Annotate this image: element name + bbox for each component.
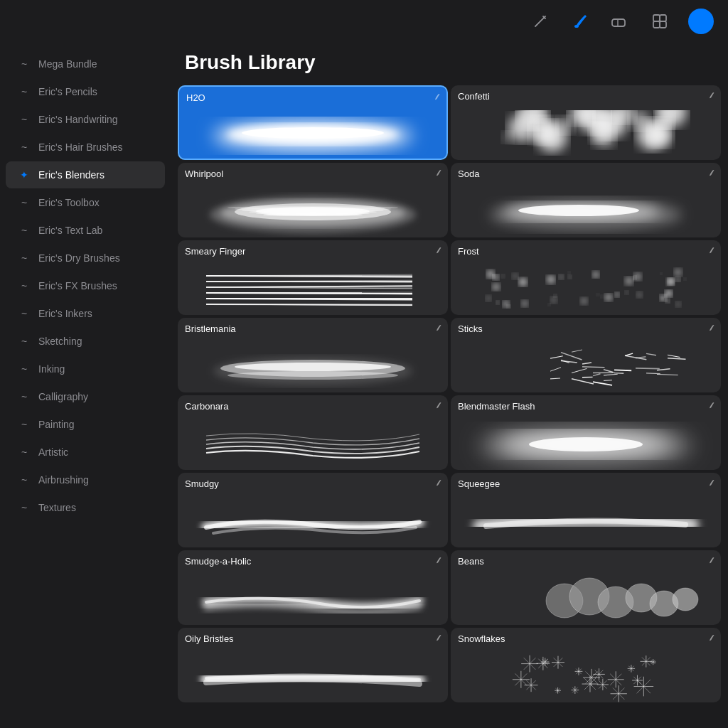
- svg-line-129: [636, 368, 660, 369]
- brush-cell-squeegee[interactable]: Squeegee: [451, 473, 721, 547]
- brush-cell-h2o[interactable]: H2O: [178, 85, 448, 160]
- page-title: Brush Library: [178, 43, 721, 85]
- brush-name: Soda: [458, 168, 479, 179]
- sidebar-item-eric'sdrybrushes[interactable]: ~ Eric's Dry Brushes: [6, 245, 165, 272]
- svg-point-79: [559, 274, 564, 279]
- brush-name: Smudge-a-Holic: [185, 556, 251, 567]
- sidebar-item-eric'shandwriting[interactable]: ~ Eric's Handwriting: [6, 106, 165, 133]
- brush-cell-smearyfinger[interactable]: Smeary Finger: [178, 240, 448, 315]
- svg-line-145: [550, 368, 561, 371]
- main-layout: ~ Mega Bundle ~ Eric's Pencils ~ Eric's …: [0, 43, 728, 728]
- svg-point-111: [551, 297, 557, 304]
- brush-preview: [451, 343, 721, 392]
- svg-rect-4: [653, 15, 660, 21]
- svg-line-141: [636, 357, 646, 358]
- svg-line-137: [593, 382, 612, 385]
- sidebar-item-icon: ~: [17, 500, 31, 515]
- sidebar-item-eric'shairbrushes[interactable]: ~ Eric's Hair Brushes: [6, 134, 165, 161]
- layers-tool-icon[interactable]: [648, 10, 671, 33]
- sidebar-item-label: Eric's Hair Brushes: [38, 141, 123, 153]
- sidebar-item-eric'stoolbox[interactable]: ~ Eric's Toolbox: [6, 189, 165, 216]
- sidebar-item-sketching[interactable]: ~ Sketching: [6, 328, 165, 355]
- svg-line-133: [550, 356, 563, 358]
- svg-point-104: [568, 272, 571, 274]
- svg-line-123: [572, 350, 582, 352]
- sidebar-item-icon: ~: [17, 306, 31, 321]
- color-swatch[interactable]: [688, 9, 714, 34]
- brush-name: Frost: [458, 246, 479, 257]
- pencil-tool-icon[interactable]: [529, 10, 552, 33]
- brush-cell-frost[interactable]: Frost: [451, 240, 721, 315]
- sidebar-item-icon: ~: [17, 445, 31, 459]
- toolbar: [0, 0, 728, 43]
- sidebar-item-textures[interactable]: ~ Textures: [6, 494, 165, 521]
- svg-rect-2: [612, 19, 625, 26]
- svg-line-150: [604, 380, 612, 381]
- svg-point-115: [636, 292, 642, 298]
- brush-menu-icon: [707, 323, 715, 334]
- brush-cell-whirlpool[interactable]: Whirlpool: [178, 163, 448, 237]
- svg-point-92: [593, 272, 599, 278]
- sidebar-item-eric'spencils[interactable]: ~ Eric's Pencils: [6, 78, 165, 105]
- sidebar-item-eric'sinkers[interactable]: ~ Eric's Inkers: [6, 300, 165, 327]
- sidebar-item-icon: ~: [17, 362, 31, 376]
- svg-point-80: [521, 300, 528, 307]
- sidebar-item-label: Eric's Inkers: [38, 308, 92, 319]
- brush-name: Bristlemania: [185, 323, 236, 334]
- svg-line-138: [604, 374, 618, 375]
- svg-point-108: [665, 290, 673, 297]
- brush-name: Whirlpool: [185, 168, 223, 179]
- brush-cell-smudgy[interactable]: Smudgy: [178, 473, 448, 547]
- brush-preview: [451, 110, 721, 160]
- brush-menu-icon: [434, 556, 442, 567]
- brush-cell-blendmasterflash[interactable]: Blendmaster Flash: [451, 395, 721, 470]
- brush-cell-beans[interactable]: Beans: [451, 550, 721, 625]
- brush-menu-icon: [434, 401, 442, 412]
- sidebar-item-label: Eric's Dry Brushes: [38, 252, 120, 264]
- brush-cell-soda[interactable]: Soda: [451, 163, 721, 237]
- sidebar-item-eric'stextlab[interactable]: ~ Eric's Text Lab: [6, 217, 165, 244]
- sidebar-item-inking[interactable]: ~ Inking: [6, 355, 165, 382]
- brush-menu-icon: [707, 246, 715, 257]
- brush-preview: [178, 575, 448, 625]
- brush-tool-icon[interactable]: [569, 10, 592, 33]
- brush-preview: [451, 498, 721, 547]
- svg-line-121: [550, 378, 560, 379]
- sidebar-item-megabundle[interactable]: ~ Mega Bundle: [6, 50, 165, 77]
- sidebar-item-artistic[interactable]: ~ Artistic: [6, 439, 165, 466]
- sidebar-item-painting[interactable]: ~ Painting: [6, 411, 165, 438]
- brush-menu-icon: [707, 633, 715, 644]
- sidebar-item-icon: ~: [17, 57, 31, 71]
- svg-point-153: [529, 437, 643, 451]
- brush-name: Confetti: [458, 91, 490, 102]
- brush-cell-sticks[interactable]: Sticks: [451, 318, 721, 392]
- svg-line-144: [668, 355, 680, 357]
- brush-name: Carbonara: [185, 401, 228, 412]
- sidebar-item-calligraphy[interactable]: ~ Calligraphy: [6, 383, 165, 410]
- brush-name: Smudgy: [185, 478, 219, 489]
- brush-cell-oilybristles[interactable]: Oily Bristles: [178, 628, 448, 702]
- svg-line-75: [206, 293, 412, 294]
- brush-menu-icon: [432, 92, 441, 103]
- brush-cell-smudge-a-holic[interactable]: Smudge-a-Holic: [178, 550, 448, 625]
- brush-cell-confetti[interactable]: Confetti: [451, 85, 721, 160]
- svg-point-89: [605, 294, 612, 301]
- sidebar-item-eric'sblenders[interactable]: ✦ Eric's Blenders: [6, 161, 165, 188]
- svg-line-147: [572, 368, 587, 373]
- eraser-tool-icon[interactable]: [609, 10, 631, 33]
- svg-line-148: [582, 363, 592, 364]
- svg-point-110: [581, 298, 587, 304]
- brush-cell-bristlemania[interactable]: Bristlemania: [178, 318, 448, 392]
- brush-cell-snowflakes[interactable]: Snowflakes: [451, 628, 721, 702]
- sidebar-item-eric'sfxbrushes[interactable]: ~ Eric's FX Brushes: [6, 272, 165, 299]
- brush-menu-icon: [434, 633, 442, 644]
- sidebar-item-airbrushing[interactable]: ~ Airbrushing: [6, 466, 165, 493]
- svg-line-74: [206, 286, 412, 287]
- svg-point-99: [633, 273, 641, 281]
- sidebar-item-icon: ~: [17, 112, 31, 127]
- sidebar-item-icon: ~: [17, 251, 31, 265]
- sidebar-item-icon: ~: [17, 390, 31, 404]
- svg-point-90: [547, 275, 555, 284]
- brush-cell-carbonara[interactable]: Carbonara: [178, 395, 448, 470]
- brush-preview: [451, 188, 721, 237]
